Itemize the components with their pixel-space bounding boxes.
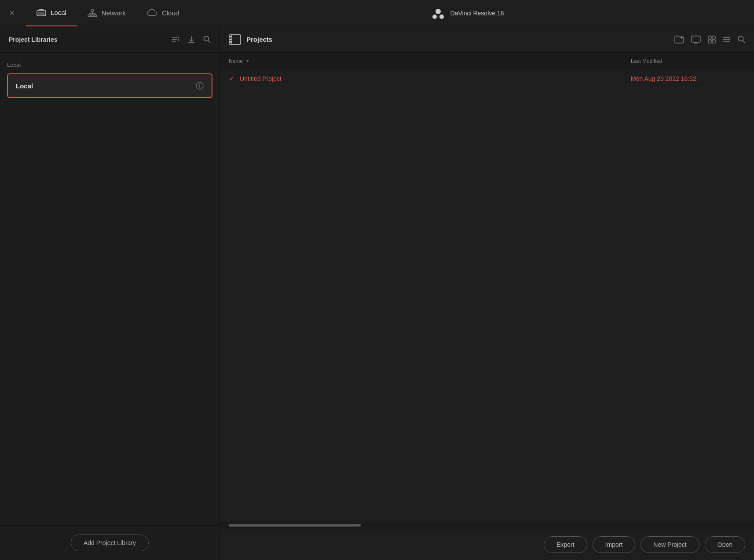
library-item-local[interactable]: Local <box>7 73 212 98</box>
svg-rect-30 <box>230 41 231 43</box>
sort-arrow-icon: ▼ <box>245 58 250 63</box>
svg-rect-1 <box>38 12 44 15</box>
svg-rect-36 <box>708 36 711 39</box>
svg-rect-39 <box>712 40 715 43</box>
horizontal-scrollbar[interactable] <box>220 522 754 529</box>
close-button[interactable]: ✕ <box>9 9 15 17</box>
left-footer: Add Project Library <box>0 525 220 560</box>
left-header: Project Libraries <box>0 26 220 53</box>
main-layout: Project Libraries <box>0 26 754 560</box>
sort-button[interactable] <box>172 36 179 43</box>
network-icon <box>88 9 97 17</box>
open-button[interactable]: Open <box>705 536 745 553</box>
new-project-button[interactable]: New Project <box>641 536 699 553</box>
projects-panel-icon <box>229 34 241 45</box>
svg-point-43 <box>739 36 743 41</box>
svg-rect-6 <box>91 15 94 17</box>
davinci-logo <box>431 6 445 20</box>
scrollbar-track <box>229 524 361 527</box>
table-header: Name ▼ Last Modified <box>220 53 754 69</box>
tab-local-label: Local <box>51 9 66 16</box>
app-title: DaVinci Resolve 18 <box>450 10 504 17</box>
right-panel: Projects <box>220 26 754 560</box>
tab-network-label: Network <box>102 9 126 17</box>
cloud-icon <box>147 9 157 17</box>
titlebar: ✕ Local Ne <box>0 0 754 26</box>
list-view-button[interactable] <box>723 36 731 43</box>
project-libraries-title: Project Libraries <box>9 36 58 43</box>
column-name-header[interactable]: Name ▼ <box>229 58 631 64</box>
svg-line-22 <box>208 40 210 43</box>
import-button[interactable]: Import <box>593 536 636 553</box>
search-button[interactable] <box>203 36 211 43</box>
svg-rect-7 <box>94 15 97 17</box>
svg-rect-5 <box>88 15 91 17</box>
grid-view-button[interactable] <box>708 36 716 44</box>
svg-point-13 <box>436 9 441 14</box>
add-project-library-button[interactable]: Add Project Library <box>71 535 149 551</box>
right-header-left: Projects <box>229 34 272 45</box>
right-search-button[interactable] <box>738 36 745 43</box>
project-modified-date: Mon Aug 29 2022 16:52: <box>631 75 745 82</box>
export-button[interactable]: Export <box>544 536 587 553</box>
app-branding: DaVinci Resolve 18 <box>190 6 745 20</box>
projects-title: Projects <box>246 36 272 43</box>
local-icon <box>37 8 46 17</box>
right-header-icons <box>674 35 745 44</box>
svg-point-21 <box>204 36 209 41</box>
download-button[interactable] <box>187 36 195 44</box>
svg-point-14 <box>432 15 437 19</box>
svg-rect-28 <box>230 36 231 37</box>
column-modified-header: Last Modified <box>631 58 745 64</box>
svg-rect-29 <box>230 39 231 40</box>
svg-point-3 <box>44 14 44 15</box>
svg-rect-38 <box>708 40 711 43</box>
library-item-name: Local <box>16 82 33 90</box>
projects-table: ✓ Untitled Project Mon Aug 29 2022 16:52… <box>220 69 754 522</box>
left-content: Local Local <box>0 53 220 525</box>
svg-point-25 <box>199 84 200 85</box>
new-folder-button[interactable] <box>674 35 684 44</box>
right-header: Projects <box>220 26 754 53</box>
svg-line-44 <box>743 40 745 43</box>
svg-rect-37 <box>712 36 715 39</box>
svg-point-15 <box>439 15 444 19</box>
tab-local[interactable]: Local <box>26 0 77 26</box>
left-panel: Project Libraries <box>0 26 220 560</box>
tab-network[interactable]: Network <box>77 0 136 26</box>
project-name: Untitled Project <box>240 75 631 82</box>
tab-cloud-label: Cloud <box>162 9 179 17</box>
monitor-button[interactable] <box>691 36 701 44</box>
right-footer: Export Import New Project Open <box>220 529 754 560</box>
section-local-label: Local <box>7 62 212 68</box>
table-row[interactable]: ✓ Untitled Project Mon Aug 29 2022 16:52… <box>220 69 754 88</box>
scrollbar-thumb[interactable] <box>229 524 361 527</box>
svg-rect-33 <box>692 36 700 42</box>
tab-cloud[interactable]: Cloud <box>136 0 190 26</box>
active-check-icon: ✓ <box>229 75 234 83</box>
left-header-icons <box>172 36 211 44</box>
info-icon[interactable] <box>196 82 204 90</box>
svg-rect-4 <box>91 10 94 11</box>
